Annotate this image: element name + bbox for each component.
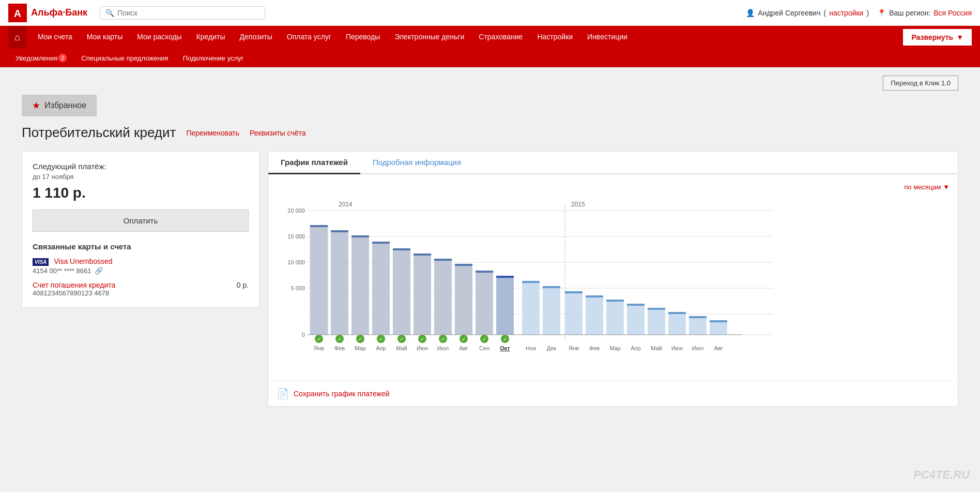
svg-text:2014: 2014 xyxy=(339,201,353,208)
svg-text:10 000: 10 000 xyxy=(287,259,305,265)
account-number: 4081234567890123 4678 xyxy=(33,289,115,297)
nav-link-notifications[interactable]: Уведомления2 xyxy=(8,49,74,67)
svg-rect-68 xyxy=(648,309,665,335)
svg-text:Мар: Мар xyxy=(609,345,621,351)
svg-rect-75 xyxy=(710,320,727,322)
svg-rect-35 xyxy=(414,255,431,335)
svg-text:Июл: Июл xyxy=(692,345,703,351)
svg-text:20 000: 20 000 xyxy=(287,207,305,214)
save-row: 📄 Сохранить график платежей xyxy=(268,381,958,406)
page-title: Потребительский кредит xyxy=(22,125,176,141)
svg-text:Апр: Апр xyxy=(631,345,640,351)
nav-link-emoney[interactable]: Электронные деньги xyxy=(387,26,471,49)
svg-rect-31 xyxy=(393,249,410,335)
notifications-badge: 2 xyxy=(58,54,67,62)
svg-text:✓: ✓ xyxy=(420,336,424,342)
card-link[interactable]: Visa Unembossed xyxy=(54,257,112,265)
user-name: Андрей Сергеевич xyxy=(758,9,820,17)
svg-rect-52 xyxy=(496,276,514,278)
nav-bottom: Уведомления2 Специальные предложения Под… xyxy=(8,49,972,67)
chart-container: по месяцам ▼ 20 000 xyxy=(268,174,958,381)
save-link[interactable]: Сохранить график платежей xyxy=(294,390,390,398)
svg-text:✓: ✓ xyxy=(462,336,466,342)
payment-chart: 20 000 15 000 10 000 5 000 0 2014 2015 xyxy=(277,195,773,371)
nav-links: Мои счета Мои карты Мои расходы Кредиты … xyxy=(30,26,904,49)
svg-text:✓: ✓ xyxy=(400,336,404,342)
requisites-link[interactable]: Реквизиты счёта xyxy=(250,129,305,137)
nav-link-payments[interactable]: Оплата услуг xyxy=(280,26,339,49)
expand-label: Развернуть xyxy=(911,33,953,41)
svg-rect-60 xyxy=(565,292,583,335)
chart-top-right: по месяцам ▼ xyxy=(277,183,950,191)
svg-rect-40 xyxy=(434,259,452,261)
nav-link-special-offers[interactable]: Специальные предложения xyxy=(74,49,175,67)
rename-link[interactable]: Переименовать xyxy=(186,129,239,137)
search-input[interactable] xyxy=(117,9,259,17)
svg-rect-58 xyxy=(543,286,560,288)
svg-rect-23 xyxy=(351,236,369,335)
svg-text:Окт: Окт xyxy=(500,345,510,351)
svg-rect-48 xyxy=(476,271,493,273)
next-payment-label: Следующий платёж: xyxy=(33,162,249,171)
pay-button[interactable]: Оплатить xyxy=(33,210,249,232)
card-number: 4154 00** **** 8661 🔗 xyxy=(33,267,249,275)
svg-rect-27 xyxy=(372,243,390,335)
nav-link-services[interactable]: Подключение услуг xyxy=(176,49,251,67)
chart-svg-wrap: 20 000 15 000 10 000 5 000 0 2014 2015 xyxy=(277,195,950,372)
logo-text: Альфа·Банк xyxy=(31,7,87,18)
favorites-button[interactable]: ★ Избранное xyxy=(22,95,97,116)
svg-text:Янв: Янв xyxy=(314,345,324,351)
settings-link[interactable]: настройки xyxy=(829,9,863,17)
svg-text:Авг: Авг xyxy=(714,345,723,351)
svg-rect-19 xyxy=(331,231,348,335)
tab-detailed-info[interactable]: Подробная информация xyxy=(360,152,473,174)
svg-rect-16 xyxy=(310,225,328,227)
period-link[interactable]: по месяцам ▼ xyxy=(904,183,950,191)
svg-text:5 000: 5 000 xyxy=(290,285,305,291)
nav-link-credits[interactable]: Кредиты xyxy=(189,26,233,49)
region-value[interactable]: Вся Россия xyxy=(933,9,972,17)
logo: А Альфа·Банк xyxy=(8,4,87,22)
svg-rect-43 xyxy=(455,265,472,335)
svg-text:Июн: Июн xyxy=(671,345,683,351)
svg-rect-69 xyxy=(648,308,665,310)
svg-text:Июн: Июн xyxy=(417,345,428,351)
pdf-icon: 📄 xyxy=(277,387,289,400)
user-info: 👤 Андрей Сергеевич ( настройки ) xyxy=(746,9,869,17)
next-payment-date: до 17 ноября xyxy=(33,173,249,181)
expand-button[interactable]: Развернуть ▼ xyxy=(903,29,972,46)
klik-button[interactable]: Переход в Клик 1.0 xyxy=(883,76,958,91)
nav-link-cards[interactable]: Мои карты xyxy=(80,26,130,49)
svg-text:2015: 2015 xyxy=(571,201,585,208)
svg-rect-57 xyxy=(543,287,560,335)
svg-text:✓: ✓ xyxy=(503,336,507,342)
nav-link-investments[interactable]: Инвестиции xyxy=(580,26,635,49)
region-info: 📍 Ваш регион: Вся Россия xyxy=(877,9,972,17)
home-button[interactable]: ⌂ xyxy=(8,26,26,49)
svg-rect-63 xyxy=(586,295,603,297)
svg-rect-73 xyxy=(689,316,707,318)
nav-link-settings[interactable]: Настройки xyxy=(530,26,580,49)
svg-rect-70 xyxy=(668,313,686,335)
svg-text:Янв: Янв xyxy=(569,345,579,351)
search-icon: 🔍 xyxy=(105,9,114,17)
svg-text:✓: ✓ xyxy=(379,336,383,342)
svg-text:А: А xyxy=(14,8,21,19)
svg-rect-64 xyxy=(606,301,624,335)
nav-link-insurance[interactable]: Страхование xyxy=(471,26,530,49)
svg-rect-67 xyxy=(627,304,645,306)
nav-link-transfers[interactable]: Переводы xyxy=(339,26,387,49)
nav-link-deposits[interactable]: Депозиты xyxy=(233,26,280,49)
region-label: Ваш регион: xyxy=(889,9,930,17)
account-link[interactable]: Счет погашения кредита xyxy=(33,281,115,289)
svg-text:Дек: Дек xyxy=(547,345,557,351)
search-box[interactable]: 🔍 xyxy=(100,6,265,20)
nav-link-accounts[interactable]: Мои счета xyxy=(30,26,80,49)
tabs-row: График платежей Подробная информация xyxy=(268,152,958,174)
svg-rect-71 xyxy=(668,312,686,314)
tab-payment-schedule[interactable]: График платежей xyxy=(268,152,360,174)
svg-rect-20 xyxy=(331,230,348,232)
svg-text:Фев: Фев xyxy=(589,345,600,351)
svg-text:✓: ✓ xyxy=(482,336,486,342)
nav-link-expenses[interactable]: Мои расходы xyxy=(130,26,189,49)
